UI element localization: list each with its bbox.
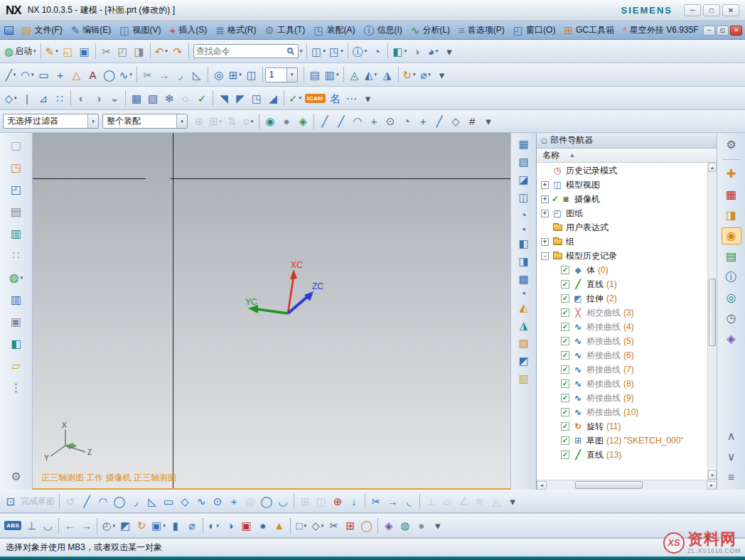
open-icon[interactable]: ◱ — [60, 43, 76, 60]
tangent-icon[interactable]: ◡ — [40, 517, 55, 534]
collapse-arrow-icon[interactable]: ◂ — [522, 289, 525, 297]
split-display-icon[interactable]: ◨ — [722, 207, 741, 224]
datum-csys-icon[interactable]: ⊿ — [36, 90, 51, 107]
intersection-point-icon[interactable]: + — [366, 113, 382, 130]
extrude-icon[interactable]: ◩ — [117, 517, 133, 534]
overflow-chevron-icon[interactable]: ▾ — [430, 517, 446, 534]
system-materials-icon[interactable]: ▣ — [6, 313, 26, 330]
more-items-icon[interactable]: ⋮ — [6, 379, 26, 397]
render-style-icon[interactable]: ◕▾ — [425, 43, 441, 60]
menu-insert[interactable]: +插入(S) — [166, 23, 212, 38]
feature-checkbox[interactable]: ✓ — [561, 394, 569, 402]
distance-icon[interactable]: ▥ — [515, 370, 533, 386]
selection-filter-combo[interactable]: 无选择过滤器 ▾ — [3, 114, 99, 129]
collapse-arrow-icon[interactable]: ◂ — [522, 225, 525, 233]
tree-expand-toggle[interactable]: + — [541, 238, 549, 246]
direct-sketch-icon[interactable]: ✎▾ — [44, 43, 60, 60]
sketch-line-horizontal-right[interactable] — [171, 178, 510, 179]
scroll-up-button[interactable]: ▲ — [708, 163, 717, 172]
overflow-chevron-icon[interactable]: ▾ — [441, 43, 457, 60]
chevron-down-icon[interactable]: ▾ — [55, 48, 58, 54]
tree-item[interactable]: +✓摄像机 — [537, 192, 707, 206]
chevron-down-icon[interactable]: ▾ — [304, 523, 306, 529]
tree-item[interactable]: ✓直线(1) — [537, 277, 707, 291]
forward-arrow-icon[interactable]: → — [78, 517, 94, 534]
tree-item[interactable]: ✓桥接曲线(10) — [537, 405, 707, 419]
color-grid-icon[interactable]: ▦ — [722, 186, 741, 203]
copy-icon[interactable]: ◰ — [115, 43, 131, 60]
subtract-icon[interactable]: ◑ — [223, 517, 238, 534]
chevron-down-icon[interactable]: ▾ — [220, 119, 223, 124]
tree-expand-toggle[interactable]: - — [541, 252, 549, 260]
feature-checkbox[interactable]: ✓ — [561, 280, 569, 289]
feature-checkbox[interactable]: ✓ — [561, 436, 569, 445]
sphere-icon[interactable]: ● — [255, 517, 271, 534]
curve-analysis-icon[interactable]: ▧ — [515, 154, 533, 169]
redo-icon[interactable]: ↷ — [170, 43, 186, 60]
sketch-line-vertical[interactable] — [173, 133, 173, 488]
tree-item[interactable]: -模型历史记录 — [537, 249, 707, 263]
scroll-up-icon[interactable]: ∧ — [722, 428, 741, 445]
scrollbar-track[interactable] — [708, 172, 717, 470]
history-palette-icon[interactable]: ◎ — [722, 289, 741, 306]
hscrollbar-track[interactable] — [547, 481, 707, 490]
feature-checkbox[interactable]: ✓ — [561, 379, 569, 388]
horizontal-scrollbar[interactable]: ◄ ► — [537, 480, 717, 490]
feature-checkbox[interactable]: ✓ — [561, 365, 569, 374]
menu-assemblies[interactable]: ◳装配(A) — [309, 23, 359, 38]
feature-checkbox[interactable]: ✓ — [561, 408, 569, 416]
point-icon[interactable]: + — [53, 66, 68, 83]
library-icon[interactable]: ▤ — [722, 248, 741, 265]
minimize-button[interactable]: ─ — [684, 4, 701, 16]
chevron-down-icon[interactable]: ▾ — [336, 72, 339, 77]
feature-checkbox[interactable]: ✓ — [561, 266, 569, 274]
chevron-down-icon[interactable]: ▾ — [428, 72, 431, 77]
menu-format[interactable]: ≣格式(R) — [211, 23, 260, 38]
command-search-input[interactable] — [196, 46, 286, 56]
chevron-down-icon[interactable]: ▾ — [251, 119, 254, 124]
diamond-tool-icon[interactable]: ◇▾ — [310, 517, 326, 534]
line-icon[interactable]: ╱▾ — [3, 66, 18, 83]
paste-icon[interactable]: ◨ — [132, 43, 147, 60]
back-arrow-icon[interactable]: ← — [62, 517, 77, 534]
point-on-surface-icon[interactable]: ◇ — [448, 113, 463, 130]
rectangle-icon[interactable]: ▭ — [161, 492, 176, 510]
chevron-down-icon[interactable]: ▾ — [33, 48, 36, 54]
more-icon[interactable]: ⋯ — [344, 90, 360, 107]
chevron-down-icon[interactable]: ▾ — [300, 48, 303, 54]
offset-curve-icon[interactable]: ◎ — [211, 66, 227, 83]
measure-distance-icon[interactable]: ⌀ — [184, 517, 200, 534]
menu-analysis[interactable]: ∿分析(L) — [407, 23, 454, 38]
object-display-icon[interactable]: ◬ — [347, 66, 363, 83]
menu-tools[interactable]: ⚙工具(T) — [261, 23, 310, 38]
assembly-navigator-icon[interactable]: ◳ — [6, 159, 26, 176]
overflow-chevron-icon[interactable]: ▾ — [505, 492, 520, 510]
trim-body-icon[interactable]: ◤ — [232, 90, 248, 107]
swept-icon[interactable]: ▧ — [145, 90, 161, 107]
red-block-icon[interactable]: ▣ — [239, 517, 254, 534]
cylinder-icon[interactable]: ▮ — [168, 517, 183, 534]
polygon-icon[interactable]: ◇ — [177, 492, 193, 510]
measure-icon[interactable]: ⌀▾ — [418, 66, 434, 83]
chevron-down-icon[interactable]: ▾ — [286, 68, 297, 82]
conic-icon[interactable]: ◡ — [275, 492, 291, 510]
feature-checkbox[interactable]: ✓ — [561, 351, 569, 360]
feature-checkbox[interactable]: ✓ — [561, 294, 569, 303]
unite-icon[interactable]: ◐▾ — [206, 517, 222, 534]
start-menu-button[interactable]: ◍启动▾ — [3, 43, 38, 60]
tree-item[interactable]: ✓草图(12) "SKETCH_000" — [537, 434, 707, 448]
scroll-left-button[interactable]: ◄ — [537, 481, 547, 490]
shaded-ball-icon[interactable]: ● — [279, 113, 294, 130]
overflow-chevron-icon[interactable]: ▾ — [360, 90, 376, 107]
intersect-icon[interactable]: ◒ — [107, 90, 122, 107]
highlight-lines-icon[interactable]: ◔ — [515, 207, 533, 222]
tree-item[interactable]: +组 — [537, 235, 707, 249]
edge-blend-icon[interactable]: ◥ — [216, 90, 232, 107]
curvature-icon[interactable]: ◮ — [515, 317, 533, 333]
make-corner-icon[interactable]: ◟ — [401, 492, 417, 510]
studio-spline-icon[interactable]: ∿▾ — [118, 66, 134, 83]
surface-check-icon[interactable]: ◪ — [515, 171, 533, 187]
chevron-down-icon[interactable]: ▾ — [216, 523, 219, 529]
isocline-icon[interactable]: ▨ — [515, 335, 533, 350]
project-curve-icon[interactable]: ↓ — [346, 492, 362, 510]
